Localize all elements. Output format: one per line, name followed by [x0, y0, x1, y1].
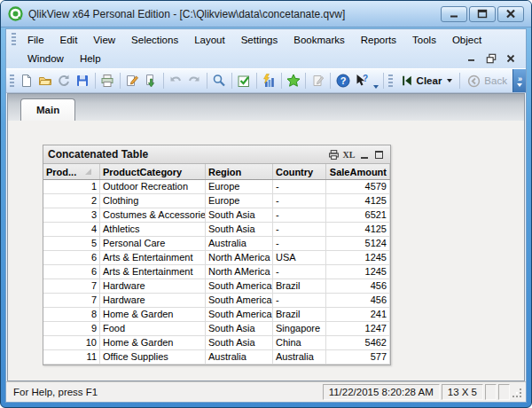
table-cell-country[interactable]: China: [273, 336, 326, 349]
mdi-restore-button[interactable]: [483, 51, 499, 65]
table-cell-productid[interactable]: 4: [43, 223, 100, 236]
table-cell-productcategory[interactable]: Clothing: [100, 194, 206, 208]
table-cell-region[interactable]: South Asia: [206, 322, 273, 335]
edit-script-button[interactable]: [123, 71, 142, 90]
reload-document-button[interactable]: [142, 71, 160, 90]
table-cell-productid[interactable]: 9: [43, 322, 100, 335]
search-button[interactable]: [210, 71, 229, 90]
table-cell-productid[interactable]: 1: [43, 180, 100, 193]
column-header-region[interactable]: Region: [206, 164, 273, 179]
table-cell-productid[interactable]: 6: [43, 265, 100, 279]
table-cell-region[interactable]: South America: [206, 308, 273, 321]
table-cell-productcategory[interactable]: Athletics: [100, 223, 206, 236]
minimize-button[interactable]: [441, 6, 467, 22]
table-cell-saleamount[interactable]: 241: [326, 308, 390, 321]
table-cell-productcategory[interactable]: Arts & Entertainment: [100, 251, 206, 264]
save-button[interactable]: [74, 71, 92, 90]
menu-item-file[interactable]: File: [20, 33, 52, 47]
table-cell-region[interactable]: North AMerica: [206, 251, 273, 264]
caption-print-button[interactable]: [327, 148, 340, 161]
menu-item-reports[interactable]: Reports: [353, 33, 404, 47]
table-cell-country[interactable]: -: [273, 265, 326, 279]
table-cell-country[interactable]: Australia: [273, 350, 326, 364]
menu-item-tools[interactable]: Tools: [404, 33, 444, 47]
table-cell-productid[interactable]: 3: [43, 208, 100, 222]
table-cell-productcategory[interactable]: Food: [100, 322, 206, 335]
column-header-productid[interactable]: Prod...: [43, 164, 100, 179]
menu-item-view[interactable]: View: [85, 33, 123, 47]
mdi-minimize-button[interactable]: [464, 51, 480, 65]
menu-item-settings[interactable]: Settings: [233, 33, 286, 47]
caption-minimize-button[interactable]: [357, 148, 371, 161]
table-cell-productcategory[interactable]: Outdoor Recreation: [100, 180, 206, 193]
close-button[interactable]: [497, 6, 524, 22]
new-file-button[interactable]: [18, 71, 36, 90]
table-cell-productid[interactable]: 7: [43, 279, 100, 293]
table-cell-region[interactable]: Australia: [206, 237, 273, 250]
table-cell-saleamount[interactable]: 1247: [326, 322, 390, 335]
column-header-saleamount[interactable]: SaleAmount: [326, 164, 390, 179]
toolbar-overflow-button[interactable]: »: [512, 69, 526, 92]
caption-maximize-button[interactable]: [372, 148, 386, 161]
table-cell-region[interactable]: South Asia: [206, 336, 273, 349]
table-cell-productid[interactable]: 11: [43, 350, 100, 364]
column-header-country[interactable]: Country: [273, 164, 326, 179]
table-cell-saleamount[interactable]: 456: [326, 294, 390, 307]
toolbar-options-button[interactable]: [371, 71, 380, 90]
table-cell-region[interactable]: Australia: [206, 350, 273, 364]
column-header-productcategory[interactable]: ProductCategory: [100, 164, 206, 179]
table-cell-saleamount[interactable]: 1245: [326, 265, 390, 279]
maximize-button[interactable]: [469, 6, 496, 22]
table-cell-region[interactable]: South America: [206, 279, 273, 293]
reload-button[interactable]: [55, 71, 74, 90]
table-cell-country[interactable]: Singapore: [273, 322, 326, 335]
table-cell-region[interactable]: South Asia: [206, 208, 273, 222]
table-cell-productcategory[interactable]: Arts & Entertainment: [100, 265, 206, 279]
resize-grip[interactable]: [510, 384, 524, 400]
print-button[interactable]: [98, 71, 117, 90]
table-cell-productcategory[interactable]: Personal Care: [100, 237, 206, 250]
table-cell-productid[interactable]: 6: [43, 251, 100, 264]
back-button[interactable]: Back: [463, 73, 512, 90]
table-cell-productcategory[interactable]: Home & Garden: [100, 308, 206, 321]
menu-item-layout[interactable]: Layout: [186, 33, 233, 47]
current-selections-button[interactable]: [235, 71, 254, 90]
table-cell-region[interactable]: North AMerica: [206, 265, 273, 279]
table-cell-region[interactable]: South Asia: [206, 223, 273, 236]
add-bookmark-button[interactable]: [284, 71, 302, 90]
table-cell-saleamount[interactable]: 1245: [326, 251, 390, 264]
redo-button[interactable]: [185, 71, 204, 90]
table-cell-saleamount[interactable]: 6521: [326, 208, 390, 222]
menu-item-selections[interactable]: Selections: [123, 33, 186, 47]
table-cell-saleamount[interactable]: 5462: [326, 336, 390, 349]
mdi-close-button[interactable]: [503, 51, 519, 65]
quick-chart-wizard-button[interactable]: [260, 71, 278, 90]
menu-item-help[interactable]: Help: [72, 51, 109, 66]
table-cell-productid[interactable]: 5: [43, 237, 100, 250]
table-cell-saleamount[interactable]: 5124: [326, 237, 390, 250]
table-cell-region[interactable]: Europe: [206, 194, 273, 208]
table-cell-country[interactable]: USA: [273, 251, 326, 264]
menu-item-edit[interactable]: Edit: [52, 33, 86, 47]
table-cell-saleamount[interactable]: 577: [326, 350, 390, 364]
table-caption-bar[interactable]: Concatenated Table XL: [43, 145, 390, 164]
clear-dropdown-icon[interactable]: [447, 79, 452, 82]
caption-export-excel-button[interactable]: XL: [342, 148, 356, 161]
notes-button[interactable]: [309, 71, 327, 90]
menu-item-bookmarks[interactable]: Bookmarks: [286, 33, 353, 47]
table-cell-country[interactable]: Brazil: [273, 279, 326, 293]
table-cell-country[interactable]: -: [273, 180, 326, 193]
table-cell-productid[interactable]: 2: [43, 194, 100, 208]
table-cell-country[interactable]: -: [273, 237, 326, 250]
clear-button[interactable]: Clear: [396, 73, 458, 89]
table-cell-saleamount[interactable]: 4579: [326, 180, 390, 193]
table-cell-country[interactable]: Brazil: [273, 308, 326, 321]
help-button[interactable]: ?: [333, 71, 352, 90]
table-cell-region[interactable]: South America: [206, 294, 273, 307]
table-cell-productid[interactable]: 10: [43, 336, 100, 349]
table-cell-productcategory[interactable]: Hardware: [100, 279, 206, 293]
whats-this-button[interactable]: ?: [352, 71, 371, 90]
table-cell-productid[interactable]: 8: [43, 308, 100, 321]
table-cell-country[interactable]: -: [273, 194, 326, 208]
undo-button[interactable]: [167, 71, 185, 90]
